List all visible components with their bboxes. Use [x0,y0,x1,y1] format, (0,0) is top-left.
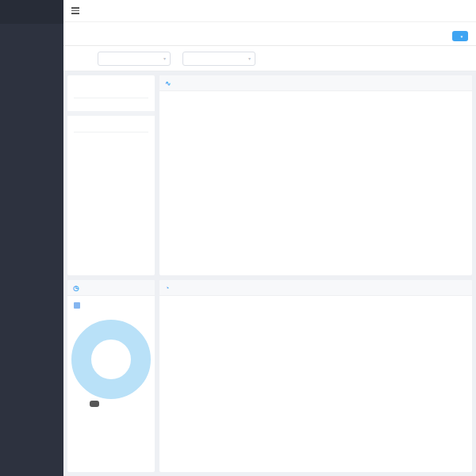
branch-select[interactable]: ▾ [182,52,255,66]
chevron-down-icon: ▾ [460,34,463,39]
line-chart-icon: ∿ [165,79,171,87]
tab-bar: ▾ [63,22,476,46]
more-button[interactable]: ▾ [452,31,468,41]
bar-chart-header: ◔ [159,280,472,296]
donut-ring[interactable] [71,320,151,399]
line-chart-header: ∿ [159,75,472,91]
clock-icon: ◷ [73,284,79,292]
last-month-compare-row [74,132,148,145]
donut-chart-card: ◷ [67,280,155,472]
app-window: ▾ ▾ ▾ [0,0,476,476]
top-header [63,0,476,22]
line-chart-card: ∿ [159,75,472,275]
filter-bar: ▾ ▾ [63,46,476,71]
donut-chart-header: ◷ [67,280,155,296]
kpi-card [67,75,155,275]
gauge-icon: ◔ [165,284,169,292]
chart-tooltip [90,401,99,407]
sidebar [0,0,63,476]
app-logo[interactable] [0,0,63,24]
bar-chart-canvas[interactable] [159,315,465,458]
yesterday-compare-row [74,98,148,111]
chevron-down-icon: ▾ [248,56,251,61]
dashboard-content: ∿ ◷ [63,71,476,476]
donut-legend-item[interactable] [74,302,155,309]
divider [67,111,155,116]
chevron-down-icon: ▾ [163,56,166,61]
collapse-sidebar-button[interactable] [71,7,79,14]
legend-swatch [74,302,80,309]
line-chart-canvas[interactable] [159,110,465,263]
bar-chart-card: ◔ [159,280,472,472]
main-area: ▾ ▾ ▾ [63,0,476,476]
building-select[interactable]: ▾ [98,52,171,66]
